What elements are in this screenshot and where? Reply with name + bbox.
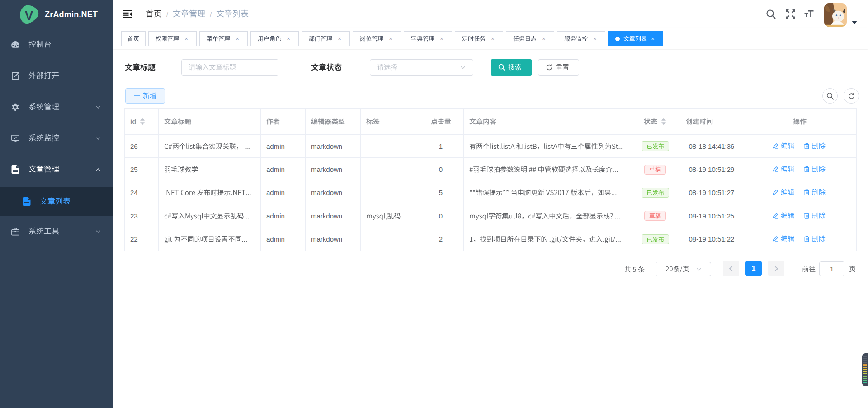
svg-text:V: V [25,9,33,22]
